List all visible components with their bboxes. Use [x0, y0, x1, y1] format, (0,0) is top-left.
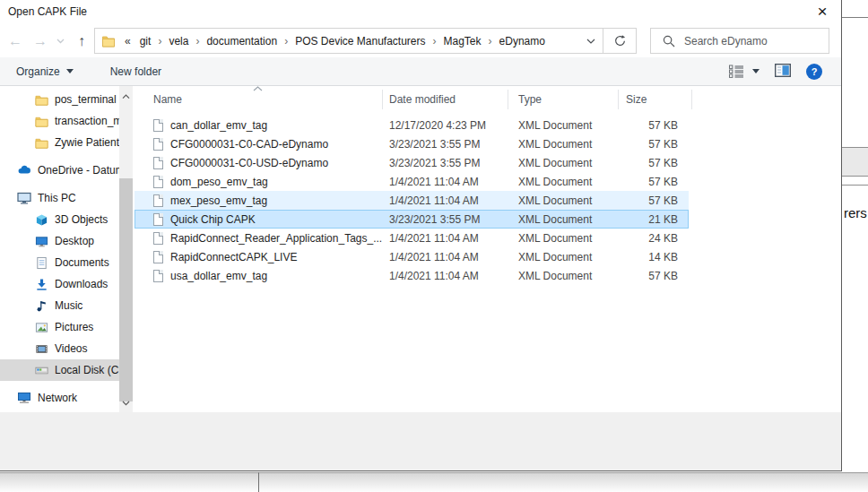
close-icon[interactable]: ×: [807, 0, 838, 23]
address-bar: « git › vela › documentation › POS Devic…: [94, 28, 637, 54]
breadcrumb-overflow-icon[interactable]: «: [121, 35, 135, 47]
breadcrumb-item-documentation[interactable]: documentation: [201, 35, 282, 47]
breadcrumb-separator-icon: ›: [487, 35, 494, 47]
folder-icon: [101, 34, 116, 48]
up-icon[interactable]: ↑: [70, 30, 93, 52]
file-row[interactable]: RapidConnectCAPK_LIVE 1/4/2021 11:04 AM …: [135, 247, 689, 266]
navigation-pane: pos_terminal transaction_mar Zywie Patie…: [0, 86, 119, 412]
sidebar-item-pos-terminal[interactable]: pos_terminal: [0, 89, 119, 110]
sidebar-item-3d-objects[interactable]: 3D Objects: [0, 209, 119, 230]
sidebar-item-label: Zywie Patient fil: [55, 136, 119, 149]
breadcrumb-item-pos-device-manufacturers[interactable]: POS Device Manufacturers: [290, 35, 430, 47]
sidebar-item-videos[interactable]: Videos: [0, 338, 119, 359]
xml-file-icon: [153, 157, 163, 169]
file-date: 1/4/2021 11:04 AM: [383, 270, 508, 282]
breadcrumb: « git › vela › documentation › POS Devic…: [95, 29, 579, 53]
desktop-icon: [34, 235, 48, 248]
sidebar-item-label: transaction_mar: [55, 115, 119, 127]
file-name: RapidConnect_Reader_Application_Tags_...: [170, 232, 382, 245]
file-row[interactable]: dom_peso_emv_tag 1/4/2021 11:04 AM XML D…: [135, 172, 689, 191]
preview-pane-button[interactable]: [775, 64, 791, 80]
sidebar-item-zywie-patient[interactable]: Zywie Patient fil: [0, 132, 119, 153]
sidebar-item-label: OneDrive - Datum: [38, 164, 119, 177]
dialog-footer: File name: CAPK files (*.xml Open Cancel: [0, 412, 841, 470]
new-folder-button[interactable]: New folder: [110, 65, 161, 78]
sidebar-item-documents[interactable]: Documents: [0, 252, 119, 273]
xml-file-icon: [153, 138, 163, 151]
file-date: 12/17/2020 4:23 PM: [383, 119, 508, 132]
file-row[interactable]: CFG0000031-C0-USD-eDynamo 3/23/2021 3:55…: [135, 153, 689, 172]
column-header-name[interactable]: Name: [135, 90, 383, 109]
organize-button[interactable]: Organize: [16, 65, 74, 78]
forward-icon[interactable]: →: [29, 30, 52, 52]
refresh-icon[interactable]: [603, 29, 636, 53]
file-type: XML Document: [508, 157, 619, 169]
file-name: CFG0000031-C0-USD-eDynamo: [170, 157, 328, 169]
sidebar-item-label: Downloads: [55, 278, 108, 290]
file-type: XML Document: [508, 176, 619, 188]
file-date: 1/4/2021 11:04 AM: [383, 251, 508, 263]
preview-pane-icon: [775, 64, 791, 77]
search-box: [650, 28, 829, 54]
background-window-divider: [842, 185, 868, 186]
file-date: 3/23/2021 3:55 PM: [383, 138, 508, 151]
column-header-size[interactable]: Size: [619, 90, 692, 109]
file-name: can_dollar_emv_tag: [170, 119, 267, 132]
sidebar-item-this-pc[interactable]: This PC: [0, 187, 119, 209]
background-grid-column-divider: [258, 472, 259, 492]
breadcrumb-item-git[interactable]: git: [135, 35, 157, 47]
file-row[interactable]: CFG0000031-C0-CAD-eDynamo 3/23/2021 3:55…: [135, 134, 689, 153]
file-size: 21 KB: [619, 213, 685, 226]
sidebar-item-pictures[interactable]: Pictures: [0, 316, 119, 338]
breadcrumb-item-vela[interactable]: vela: [163, 35, 194, 47]
sidebar-item-downloads[interactable]: Downloads: [0, 273, 119, 295]
breadcrumb-item-magtek[interactable]: MagTek: [438, 35, 487, 47]
xml-file-icon: [153, 232, 163, 245]
sidebar-item-desktop[interactable]: Desktop: [0, 230, 119, 252]
sidebar-item-onedrive[interactable]: OneDrive - Datum: [0, 160, 119, 181]
navigation-bar: ← → ↑ « git › vela › documentation ›: [0, 25, 841, 57]
sidebar-item-label: This PC: [38, 192, 76, 204]
file-row-hovered[interactable]: mex_peso_emv_tag 1/4/2021 11:04 AM XML D…: [135, 191, 689, 210]
sidebar-scrollbar[interactable]: [119, 86, 133, 412]
xml-file-icon: [153, 213, 163, 226]
breadcrumb-separator-icon: ›: [156, 35, 163, 47]
title-bar: Open CAPK File ×: [0, 0, 841, 25]
file-row[interactable]: RapidConnect_Reader_Application_Tags_...…: [135, 229, 689, 247]
music-icon: [34, 299, 48, 313]
scrollbar-thumb[interactable]: [119, 178, 133, 401]
background-partial-text: rers: [844, 205, 867, 220]
column-header-date-modified[interactable]: Date modified: [383, 90, 508, 109]
file-row[interactable]: usa_dollar_emv_tag 1/4/2021 11:04 AM XML…: [135, 266, 689, 285]
sidebar-item-local-disk-c[interactable]: Local Disk (C:): [0, 359, 119, 381]
file-size: 24 KB: [619, 232, 685, 245]
scroll-up-icon[interactable]: [122, 93, 130, 100]
sidebar-item-network[interactable]: Network: [0, 387, 119, 409]
xml-file-icon: [153, 119, 163, 132]
breadcrumb-item-edynamo[interactable]: eDynamo: [494, 35, 551, 47]
scroll-down-icon[interactable]: [122, 400, 130, 407]
breadcrumb-separator-icon: ›: [431, 35, 438, 47]
recent-locations-chevron-icon[interactable]: [52, 30, 68, 52]
view-mode-button[interactable]: [729, 65, 760, 78]
background-window-edge: [842, 17, 868, 18]
file-type: XML Document: [508, 251, 619, 263]
sidebar-item-music[interactable]: Music: [0, 295, 119, 316]
breadcrumb-separator-icon: ›: [194, 35, 201, 47]
folder-icon: [34, 136, 48, 150]
sidebar-item-transaction-mar[interactable]: transaction_mar: [0, 110, 119, 132]
downloads-icon: [34, 278, 48, 291]
file-date: 3/23/2021 3:55 PM: [383, 157, 508, 169]
list-header: Name Date modified Type Size: [135, 90, 692, 109]
computer-icon: [17, 191, 31, 205]
file-name: dom_peso_emv_tag: [170, 176, 268, 188]
back-icon[interactable]: ←: [4, 30, 27, 52]
address-dropdown-chevron-icon[interactable]: [579, 29, 603, 53]
file-type: XML Document: [508, 232, 619, 245]
file-row[interactable]: can_dollar_emv_tag 12/17/2020 4:23 PM XM…: [135, 116, 689, 134]
file-row-selected[interactable]: Quick Chip CAPK 3/23/2021 3:55 PM XML Do…: [135, 210, 689, 229]
column-header-type[interactable]: Type: [508, 90, 619, 109]
help-icon[interactable]: ?: [806, 64, 822, 80]
search-input[interactable]: [684, 35, 829, 47]
sidebar-item-label: Pictures: [55, 321, 93, 333]
